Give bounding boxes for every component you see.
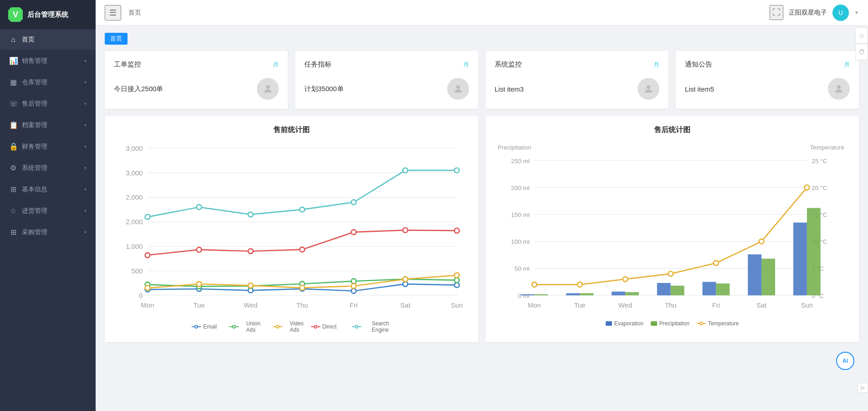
svg-text:Wed: Wed (244, 302, 257, 309)
stat-title-0: 工单监控 (114, 60, 141, 69)
menu-arrow-system: ▾ (84, 165, 87, 170)
legend-label: Direct (322, 324, 337, 330)
svg-point-53 (145, 215, 150, 220)
svg-point-114 (668, 271, 673, 276)
menu-icon-system: ⚙ (9, 164, 17, 172)
menu-arrow-purchase_in: ▾ (84, 208, 87, 213)
sidebar-item-system[interactable]: ⚙ 系统管理 ▾ (0, 157, 96, 179)
logo-text: 后台管理系统 (27, 10, 68, 19)
svg-text:Thu: Thu (296, 302, 308, 309)
svg-point-1 (456, 85, 460, 89)
svg-point-58 (403, 168, 408, 173)
menu-arrow-archive: ▾ (84, 123, 87, 128)
hamburger-button[interactable]: ☰ (105, 5, 121, 21)
svg-point-30 (403, 282, 408, 287)
right-chart-svg: 0 ml50 ml100 ml150 ml200 ml250 ml0 °C5 °… (495, 142, 850, 314)
sidebar-item-purchase[interactable]: ⊞ 采购管理 ▾ (0, 221, 96, 243)
stat-card-1: 任务指标 月 计划35000单 (295, 51, 478, 109)
legend-label: Precipitation (659, 320, 689, 327)
svg-text:100 ml: 100 ml (511, 238, 529, 245)
stat-icon-0 (257, 78, 279, 100)
menu-arrow-sales: ▾ (84, 58, 87, 63)
svg-point-2 (647, 85, 650, 89)
fullscreen-button[interactable]: ⛶ (770, 5, 783, 20)
svg-rect-105 (580, 293, 593, 295)
legend-item-search-engine: Search Engine (344, 320, 391, 333)
svg-rect-109 (761, 259, 775, 295)
stat-period-3[interactable]: 月 (844, 61, 850, 69)
stat-card-3: 通知公告 月 List item5 (676, 51, 859, 109)
svg-rect-110 (807, 208, 821, 295)
stat-card-body-3: List item5 (685, 78, 850, 100)
svg-point-29 (351, 288, 356, 293)
sidebar-item-sales[interactable]: 📊 销售管理 ▾ (0, 50, 96, 72)
menu-icon-aftersales: ☏ (9, 99, 17, 108)
svg-point-3 (837, 85, 841, 89)
sidebar-item-archive[interactable]: 📋 档案管理 ▾ (0, 114, 96, 136)
right-legend-item-precipitation: Precipitation (651, 320, 689, 327)
sidebar-item-aftersales[interactable]: ☏ 售后管理 ▾ (0, 93, 96, 114)
svg-text:2,000: 2,000 (126, 194, 143, 201)
menu-icon-sales: 📊 (9, 57, 17, 65)
stat-period-2[interactable]: 月 (654, 61, 659, 69)
menu-icon-warehouse: ▦ (9, 78, 17, 87)
menu-icon-basic: ⊞ (9, 185, 17, 194)
sidebar-item-purchase_in[interactable]: ☆ 进货管理 ▾ (0, 200, 96, 221)
svg-text:Fri: Fri (350, 302, 357, 309)
stat-title-1: 任务指标 (304, 60, 332, 69)
sidebar-logo: V 后台管理系统 (0, 0, 96, 29)
svg-point-117 (804, 185, 809, 190)
sidebar-item-warehouse[interactable]: ▦ 仓库管理 ▾ (0, 72, 96, 93)
sidebar-item-finance[interactable]: 🔒 财务管理 ▾ (0, 136, 96, 157)
stat-period-0[interactable]: 月 (273, 61, 279, 69)
svg-point-52 (454, 228, 460, 233)
svg-text:25 °C: 25 °C (812, 158, 827, 164)
menu-arrow-finance: ▾ (84, 144, 87, 149)
svg-text:Sat: Sat (400, 302, 410, 309)
svg-text:50 ml: 50 ml (515, 265, 530, 272)
sidebar: V 后台管理系统 ⌂ 首页 📊 销售管理 ▾▦ 仓库管理 ▾☏ 售后管理 ▾📋 … (0, 0, 96, 411)
svg-text:0 ml: 0 ml (518, 293, 529, 299)
svg-point-36 (351, 279, 356, 284)
svg-rect-103 (793, 222, 807, 295)
svg-point-0 (266, 85, 270, 89)
user-avatar[interactable]: U (832, 5, 849, 21)
svg-point-111 (532, 282, 537, 287)
stat-value-2: List item3 (495, 85, 524, 93)
right-chart-title: 售后统计图 (495, 125, 850, 135)
svg-text:20 °C: 20 °C (812, 185, 827, 191)
stat-period-1[interactable]: 月 (463, 61, 469, 69)
svg-point-46 (145, 253, 150, 258)
svg-text:Mon: Mon (141, 302, 154, 309)
svg-rect-104 (534, 294, 548, 295)
avatar-dropdown[interactable]: ▼ (854, 10, 859, 15)
legend-label: Evaporation (614, 320, 643, 327)
stat-card-header-0: 工单监控 月 (114, 60, 279, 69)
svg-point-42 (300, 285, 305, 290)
menu-label-basic: 基本信息 (22, 185, 84, 194)
stat-card-body-1: 计划35000单 (304, 78, 469, 100)
stat-card-2: 系统监控 月 List item3 (485, 51, 669, 109)
right-legend-item-temperature: Temperature (697, 320, 739, 327)
svg-point-115 (714, 261, 719, 266)
svg-point-50 (351, 230, 356, 235)
sidebar-item-home[interactable]: ⌂ 首页 (0, 29, 96, 50)
star-button[interactable]: ☆ (855, 27, 868, 44)
svg-point-54 (197, 205, 202, 210)
menu-label-finance: 财务管理 (22, 143, 84, 151)
svg-text:3,000: 3,000 (126, 170, 143, 177)
sidebar-item-basic[interactable]: ⊞ 基本信息 ▾ (0, 179, 96, 200)
menu-label-sales: 销售管理 (22, 57, 84, 65)
expand-button[interactable]: |> (858, 383, 868, 393)
menu-icon-purchase_in: ☆ (9, 206, 17, 215)
svg-point-56 (300, 207, 305, 212)
history-button[interactable]: ⏱ (855, 44, 868, 60)
header-breadcrumb: 首页 (128, 9, 141, 17)
svg-point-61 (195, 325, 198, 328)
svg-text:1,000: 1,000 (126, 243, 143, 250)
ai-button[interactable]: Ai (836, 352, 854, 370)
svg-text:Sun: Sun (451, 302, 463, 309)
stat-value-0: 今日接入2500单 (114, 85, 163, 93)
menu-label-warehouse: 仓库管理 (22, 78, 84, 87)
svg-point-44 (403, 277, 408, 282)
